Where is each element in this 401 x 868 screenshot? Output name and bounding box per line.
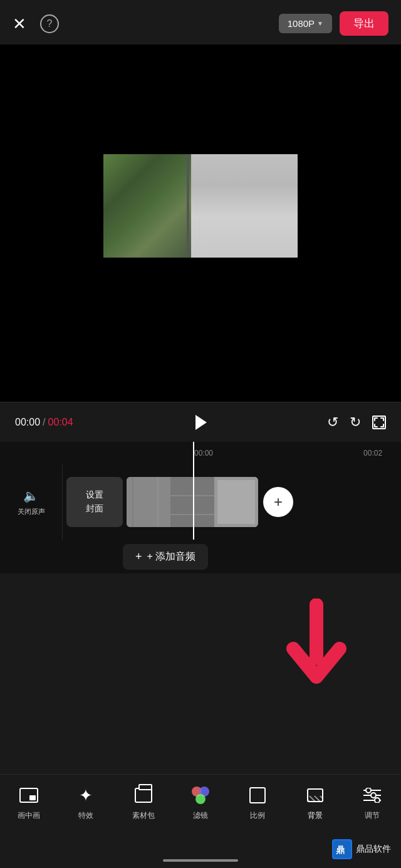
bottom-toolbar: 画中画 ✦ 特效 素材包 滤镜 比例 bbox=[0, 774, 401, 830]
undo-button[interactable]: ↺ bbox=[327, 414, 338, 431]
pip-label: 画中画 bbox=[18, 810, 40, 821]
video-frame bbox=[103, 44, 298, 402]
mute-label[interactable]: 关闭原声 bbox=[18, 507, 45, 516]
ruler-marks: 00:00 00:02 bbox=[0, 449, 401, 458]
total-time: 00:04 bbox=[48, 417, 73, 428]
video-divider bbox=[187, 154, 189, 258]
video-bottom-black bbox=[103, 258, 298, 402]
timeline-ruler: 00:00 00:02 bbox=[0, 442, 401, 464]
export-button[interactable]: 导出 bbox=[340, 11, 388, 36]
add-audio-label: + 添加音频 bbox=[147, 550, 196, 563]
brand-logo: 鼎 bbox=[332, 839, 352, 859]
play-button[interactable] bbox=[187, 410, 212, 435]
materials-label: 素材包 bbox=[132, 810, 155, 821]
add-audio-button[interactable]: + + 添加音频 bbox=[123, 544, 208, 570]
control-center bbox=[187, 410, 212, 435]
time-display: 00:00 / 00:04 bbox=[15, 417, 73, 428]
strip-frame-3 bbox=[214, 477, 258, 527]
tool-filter[interactable]: 滤镜 bbox=[178, 784, 223, 821]
audio-track-row: + + 添加音频 bbox=[0, 540, 401, 573]
ratio-icon-shape bbox=[249, 787, 266, 803]
mute-track: 🔈 关闭原声 bbox=[0, 464, 63, 540]
cover-line2: 封面 bbox=[86, 503, 103, 515]
adjust-icon-svg bbox=[363, 788, 381, 803]
adjust-icon bbox=[361, 784, 383, 807]
play-icon bbox=[195, 415, 207, 430]
video-top-black bbox=[103, 44, 298, 154]
home-bar-line bbox=[163, 859, 238, 862]
tool-materials[interactable]: 素材包 bbox=[121, 784, 166, 821]
close-button[interactable]: ✕ bbox=[13, 16, 26, 32]
tool-ratio[interactable]: 比例 bbox=[235, 784, 280, 821]
timeline-tracks: 🔈 关闭原声 设置 封面 bbox=[0, 464, 401, 540]
ruler-needle bbox=[193, 442, 194, 464]
materials-icon bbox=[132, 784, 155, 807]
svg-point-12 bbox=[371, 793, 376, 798]
strip-frame-1 bbox=[127, 477, 170, 527]
background-label: 背景 bbox=[308, 810, 323, 821]
cover-track[interactable]: 设置 封面 bbox=[66, 477, 123, 527]
svg-text:鼎: 鼎 bbox=[336, 845, 345, 855]
redo-button[interactable]: ↻ bbox=[350, 414, 361, 431]
effects-icon: ✦ bbox=[75, 784, 97, 807]
fullscreen-button[interactable] bbox=[372, 416, 386, 429]
top-bar-right: 1080P ▼ 导出 bbox=[279, 11, 388, 36]
materials-icon-shape bbox=[135, 788, 152, 803]
brand-name: 鼎品软件 bbox=[356, 844, 391, 855]
filter-icon-shape bbox=[192, 787, 209, 804]
video-strip-container: + bbox=[127, 477, 401, 527]
bg-icon-shape bbox=[307, 788, 323, 802]
arrow-svg bbox=[282, 599, 351, 686]
arrow-annotation bbox=[282, 599, 351, 686]
tool-pip[interactable]: 画中画 bbox=[6, 784, 51, 821]
ratio-label: 比例 bbox=[250, 810, 265, 821]
effects-label: 特效 bbox=[78, 810, 93, 821]
video-image bbox=[103, 154, 298, 258]
top-bar-left: ✕ ? bbox=[13, 14, 59, 33]
volume-icon[interactable]: 🔈 bbox=[23, 488, 39, 503]
svg-rect-8 bbox=[217, 480, 255, 524]
pip-icon-shape bbox=[19, 788, 38, 803]
svg-point-10 bbox=[366, 788, 371, 793]
strip-frame-2 bbox=[170, 477, 214, 527]
filter-icon bbox=[189, 784, 212, 807]
pip-icon bbox=[18, 784, 40, 807]
ruler-label-2: 00:02 bbox=[363, 449, 382, 458]
background-icon bbox=[304, 784, 326, 807]
control-bar: 00:00 / 00:04 ↺ ↻ bbox=[0, 402, 401, 442]
brand-badge: 鼎 鼎品软件 bbox=[332, 839, 391, 859]
home-bar: 鼎 鼎品软件 bbox=[0, 830, 401, 868]
current-time: 00:00 bbox=[15, 417, 40, 428]
filter-label: 滤镜 bbox=[193, 810, 208, 821]
resolution-arrow-icon: ▼ bbox=[317, 20, 323, 27]
svg-rect-4 bbox=[170, 477, 214, 527]
help-button[interactable]: ? bbox=[40, 14, 59, 33]
tool-background[interactable]: 背景 bbox=[293, 784, 338, 821]
timeline-needle bbox=[193, 464, 194, 540]
control-right: ↺ ↻ bbox=[327, 414, 386, 431]
resolution-label: 1080P bbox=[288, 18, 315, 29]
ratio-icon bbox=[246, 784, 269, 807]
tool-adjust[interactable]: 调节 bbox=[350, 784, 395, 821]
top-bar: ✕ ? 1080P ▼ 导出 bbox=[0, 0, 401, 44]
time-separator: / bbox=[43, 417, 45, 428]
resolution-button[interactable]: 1080P ▼ bbox=[279, 14, 332, 33]
tool-effects[interactable]: ✦ 特效 bbox=[63, 784, 108, 821]
video-strip[interactable] bbox=[127, 477, 258, 527]
cover-line1: 设置 bbox=[86, 489, 103, 501]
ruler-label-0: 00:00 bbox=[194, 449, 213, 458]
adjust-label: 调节 bbox=[365, 810, 380, 821]
svg-point-14 bbox=[375, 798, 380, 803]
video-preview bbox=[0, 44, 401, 402]
add-clip-button[interactable]: + bbox=[263, 487, 293, 517]
add-audio-plus-icon: + bbox=[135, 550, 142, 563]
